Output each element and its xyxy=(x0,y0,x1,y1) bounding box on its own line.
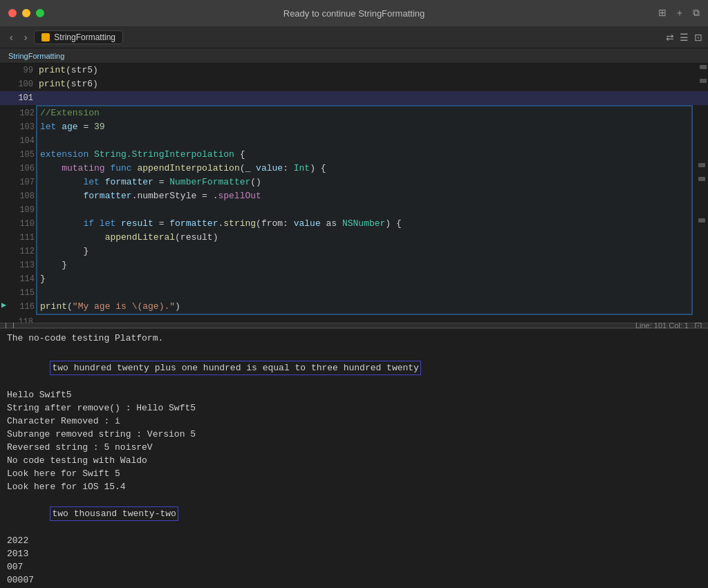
layout-icon[interactable]: ⧉ xyxy=(693,7,700,19)
code-scroll-area[interactable]: 99 print(str5) 100 print(str6) 101 xyxy=(0,64,708,323)
output-line-2: String after remove() : Hello Swft5 xyxy=(7,401,701,415)
code-line-114: 114 } xyxy=(1,272,691,286)
title-bar-right-icons: ⊞ ＋ ⧉ xyxy=(658,7,700,19)
title-bar: Ready to continue StringFormatting ⊞ ＋ ⧉ xyxy=(0,0,708,26)
back-button[interactable]: ‹ xyxy=(6,30,17,44)
selection-region: 102 //Extension 103 let age = 39 104 xyxy=(36,105,693,315)
close-button[interactable] xyxy=(8,9,17,17)
code-line-106: 106 mutating func appendInterpolation(_ … xyxy=(1,162,691,176)
output-line-8: Look here for iOS 15.4 xyxy=(7,480,701,493)
output-highlighted-0: two hundred twenty plus one hundred is e… xyxy=(50,361,421,375)
code-line-103: 103 let age = 39 xyxy=(1,120,691,134)
code-line-115: 115 xyxy=(1,286,691,300)
main-area: 99 print(str5) 100 print(str6) 101 xyxy=(0,64,708,588)
file-tab[interactable]: StringFormatting xyxy=(34,30,123,44)
breadcrumb-bar: StringFormatting xyxy=(0,48,708,64)
code-line-109: 109 xyxy=(1,203,691,217)
output-line-3: Character Removed : i xyxy=(7,415,701,428)
code-line-112: 112 } xyxy=(1,245,691,258)
traffic-lights xyxy=(8,9,44,17)
toolbar-right: ⇄ ☰ ⊡ xyxy=(666,32,702,43)
divider-bar: Line: 101 Col: 1 ⊡ xyxy=(0,323,708,328)
output-line-5: Reversed string : 5 noisreV xyxy=(7,441,701,454)
swift-file-icon xyxy=(41,33,50,41)
output-line-12: 007 xyxy=(7,560,701,573)
split-icon[interactable]: ⊞ xyxy=(658,7,667,19)
output-line-10: 2022 xyxy=(7,534,701,547)
output-intro: The no-code testing Platform. xyxy=(7,332,701,345)
layout2-icon[interactable]: ⊡ xyxy=(694,32,702,43)
minimize-button[interactable] xyxy=(22,9,30,17)
output-panel[interactable]: The no-code testing Platform. two hundre… xyxy=(0,328,708,588)
code-line-110: 110 if let result = formatter.string(fro… xyxy=(1,217,691,231)
code-line-113: 113 } xyxy=(1,258,691,272)
code-line-107: 107 let formatter = NumberFormatter() xyxy=(1,176,691,189)
code-line-108: 108 formatter.numberStyle = .spellOut xyxy=(1,189,691,203)
forward-button[interactable]: › xyxy=(20,30,32,44)
output-content: The no-code testing Platform. two hundre… xyxy=(0,329,708,588)
code-line-101: 101 xyxy=(0,91,708,105)
code-line-111: 111 appendLiteral(result) xyxy=(1,231,691,245)
output-line-1: Hello Swift5 xyxy=(7,388,701,401)
code-line-105: 105 extension String.StringInterpolation… xyxy=(1,148,691,162)
code-line-116: ▶ 116 print("My age is \(age).") xyxy=(1,300,691,314)
breadcrumb: StringFormatting xyxy=(8,52,64,60)
tab-label: StringFormatting xyxy=(54,32,115,42)
output-line-11: 2013 xyxy=(7,547,701,560)
code-line-100: 100 print(str6) xyxy=(0,77,708,91)
output-highlighted-9: two thousand twenty-two xyxy=(50,506,178,521)
switch-icon[interactable]: ⇄ xyxy=(666,32,674,43)
toolbar: ‹ › StringFormatting ⇄ ☰ ⊡ xyxy=(0,26,708,48)
code-line-104: 104 xyxy=(1,134,691,148)
maximize-button[interactable] xyxy=(36,9,44,17)
code-line-99: 99 print(str5) xyxy=(0,64,708,77)
output-line-7: Look here for Swift 5 xyxy=(7,467,701,480)
code-line-102: 102 //Extension xyxy=(1,106,691,120)
menu-icon[interactable]: ☰ xyxy=(680,32,689,43)
output-line-0: two hundred twenty plus one hundred is e… xyxy=(7,348,701,388)
code-line-117: 118 xyxy=(0,315,708,323)
output-line-13: 00007 xyxy=(7,573,701,587)
output-line-9: two thousand twenty-two xyxy=(7,493,701,534)
output-line-6: No code testing with Waldo xyxy=(7,454,701,467)
window-title: Ready to continue StringFormatting xyxy=(283,8,425,19)
add-icon[interactable]: ＋ xyxy=(675,7,684,19)
output-line-4: Subrange removed string : Version 5 xyxy=(7,428,701,441)
code-editor[interactable]: 99 print(str5) 100 print(str6) 101 xyxy=(0,64,708,323)
